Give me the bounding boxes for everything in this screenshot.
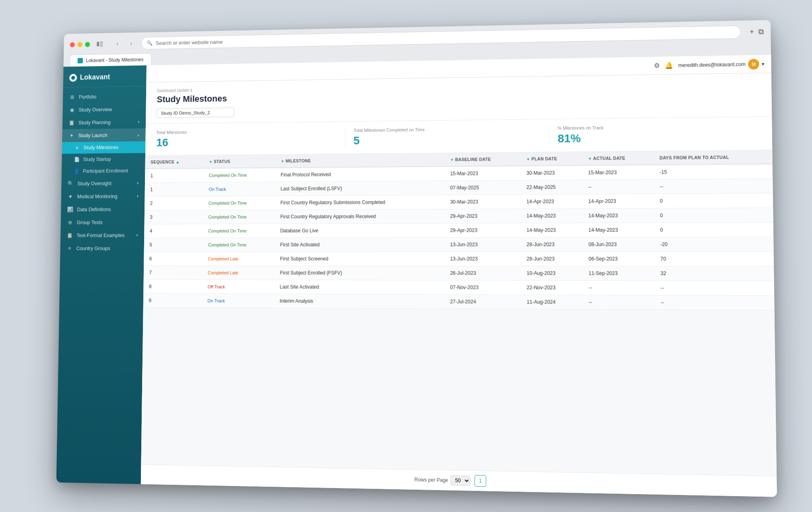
medical-monitoring-icon: ♥ [67, 194, 73, 200]
close-button[interactable] [70, 42, 75, 47]
country-groups-icon: ≡ [67, 245, 73, 252]
rows-per-page-select[interactable]: 50 [451, 475, 471, 486]
cell-seq: 4 [144, 224, 203, 238]
sidebar-item-study-oversight[interactable]: 🔍 Study Oversight ▾ [61, 176, 145, 190]
cell-status: Completed On Time [203, 196, 275, 210]
table-row: 7 Completed Late First Subject Enrolled … [144, 266, 774, 281]
cell-baseline: 07-Nov-2023 [444, 280, 521, 295]
sidebar-item-label: Medical Monitoring [77, 194, 117, 199]
copy-button[interactable]: ⧉ [758, 27, 764, 36]
stat-total-milestones-label: Total Milestones [156, 128, 337, 135]
back-button[interactable]: ‹ [112, 38, 123, 49]
bell-icon[interactable]: 🔔 [665, 61, 673, 69]
svg-rect-3 [100, 45, 103, 46]
user-menu[interactable]: meredith.dees@lokavant.com M ▾ [678, 58, 764, 71]
table-row: 2 Completed On Time First Country Regula… [145, 193, 773, 210]
sidebar-item-study-milestones[interactable]: ≡ Study Milestones [62, 141, 146, 154]
group-tests-icon: ⊕ [67, 219, 73, 226]
cell-plan: 22-Nov-2023 [521, 280, 583, 295]
cell-status: On Track [202, 294, 274, 308]
breadcrumb-text: Dashboard Update ℹ [157, 88, 192, 93]
col-actual-date[interactable]: ▼ACTUAL DATE [582, 151, 654, 166]
stat-total-milestones-value: 16 [156, 135, 337, 149]
cell-seq: 8 [143, 280, 202, 294]
maximize-button[interactable] [85, 42, 90, 47]
cell-actual: 14-May-2023 [583, 223, 654, 237]
sidebar-item-study-overview[interactable]: ◉ Study Overview [63, 103, 146, 116]
forward-button[interactable]: › [126, 38, 137, 49]
sidebar-item-label: Study Milestones [83, 145, 118, 151]
sidebar-item-label: Study Launch [78, 132, 108, 138]
sidebar-item-study-launch[interactable]: ✦ Study Launch ▴ [62, 128, 146, 142]
cell-actual: -- [583, 280, 655, 295]
cell-milestone: First Site Activated [274, 237, 445, 252]
sidebar-item-test-format-examples[interactable]: 📋 Test-Format Examples ▾ [60, 229, 145, 242]
page-number-1[interactable]: 1 [475, 475, 486, 487]
cell-milestone: Interim Analysis [274, 294, 445, 309]
sidebar-logo: Lokavant [63, 65, 146, 88]
table-row: 3 Completed On Time First Country Regula… [145, 208, 773, 224]
cell-plan: 14-May-2023 [521, 209, 583, 223]
cell-status: Completed On Time [203, 168, 275, 182]
cell-baseline: 29-Apr-2023 [445, 209, 521, 224]
cell-plan: 28-Jun-2023 [521, 237, 583, 252]
sidebar-item-medical-monitoring[interactable]: ♥ Medical Monitoring ▾ [61, 189, 145, 203]
cell-actual: -- [583, 295, 655, 310]
cell-baseline: 07-May-2025 [445, 180, 521, 195]
traffic-lights [70, 42, 90, 47]
table-row: 8 Off Track Last Site Activated 07-Nov-2… [143, 280, 774, 295]
sidebar-item-label: Study Oversight [78, 181, 112, 186]
col-baseline-date[interactable]: ▼BASELINE DATE [445, 153, 521, 166]
sidebar-toggle-button[interactable] [95, 39, 106, 49]
cell-actual: 15-Mar-2023 [582, 165, 654, 180]
app-container: Lokavant ⊞ Portfolio ◉ Study Overview 📋 … [56, 55, 777, 497]
col-days-from-plan[interactable]: DAYS FROM PLAN TO ACTUAL [654, 150, 773, 165]
sidebar: Lokavant ⊞ Portfolio ◉ Study Overview 📋 … [56, 65, 147, 484]
sidebar-item-country-groups[interactable]: ≡ Country Groups [60, 242, 144, 255]
new-tab-button[interactable]: + [749, 28, 754, 36]
user-email: meredith.dees@lokavant.com [678, 61, 746, 68]
cell-baseline: 30-Mar-2023 [445, 195, 521, 209]
sidebar-item-group-tests[interactable]: ⊕ Group Tests [60, 216, 144, 229]
active-tab[interactable]: Lokavant - Study Milestones [69, 53, 151, 67]
cell-status: On Track [203, 182, 275, 196]
cell-actual: 14-Apr-2023 [582, 194, 654, 209]
cell-plan: 22-May-2025 [520, 180, 582, 194]
study-dropdown[interactable]: Study ID Demo_Study_2 [157, 108, 234, 118]
stat-total-milestones: Total Milestones 16 [156, 128, 346, 149]
sidebar-item-study-startup[interactable]: 📄 Study Startup [62, 153, 145, 166]
sidebar-item-label: Country Groups [76, 245, 110, 251]
col-sequence[interactable]: SEQUENCE ▲ [145, 155, 203, 169]
col-status[interactable]: ▼STATUS [203, 155, 275, 168]
cell-days: 70 [654, 252, 774, 266]
cell-days: -- [655, 295, 775, 310]
study-overview-icon: ◉ [69, 107, 75, 113]
cell-days: 32 [654, 266, 774, 281]
stat-completed-on-time-value: 5 [354, 132, 541, 147]
cell-seq: 9 [143, 293, 202, 308]
cell-milestone: Database Go Live [274, 223, 444, 238]
cell-baseline: 26-Jul-2023 [444, 266, 521, 281]
cell-baseline: 13-Jun-2023 [445, 237, 521, 252]
study-milestones-icon: ≡ [74, 145, 80, 151]
chevron-down-icon: ▾ [137, 194, 139, 198]
cell-milestone: First Subject Enrolled (FSFV) [274, 266, 444, 280]
cell-status: Completed Late [202, 252, 274, 266]
col-milestone[interactable]: ▼MILESTONE [275, 153, 445, 168]
cell-baseline: 13-Jun-2023 [444, 252, 520, 266]
cell-actual: -- [582, 179, 654, 194]
search-icon: 🔍 [147, 40, 153, 46]
table-area: SEQUENCE ▲ ▼STATUS ▼MILESTONE ▼BASELINE … [141, 150, 776, 476]
browser-actions: + ⧉ [749, 27, 764, 36]
milestones-table: SEQUENCE ▲ ▼STATUS ▼MILESTONE ▼BASELINE … [143, 150, 775, 310]
chevron-down-icon: ▾ [136, 233, 138, 237]
sidebar-item-portfolio[interactable]: ⊞ Portfolio [63, 90, 146, 104]
minimize-button[interactable] [78, 42, 82, 47]
gear-icon[interactable]: ⚙ [654, 62, 660, 69]
table-row: 9 On Track Interim Analysis 27-Jul-2024 … [143, 293, 775, 310]
col-plan-date[interactable]: ▼PLAN DATE [520, 152, 582, 166]
sidebar-item-data-definitions[interactable]: 📊 Data Definitions [61, 202, 145, 216]
sidebar-item-participant-enrollment[interactable]: 👤 Participant Enrollment [62, 165, 145, 177]
stat-completed-on-time-label: Total Milestones Completed on Time [354, 126, 541, 133]
sidebar-item-study-planning[interactable]: 📋 Study Planning ▾ [63, 115, 146, 129]
